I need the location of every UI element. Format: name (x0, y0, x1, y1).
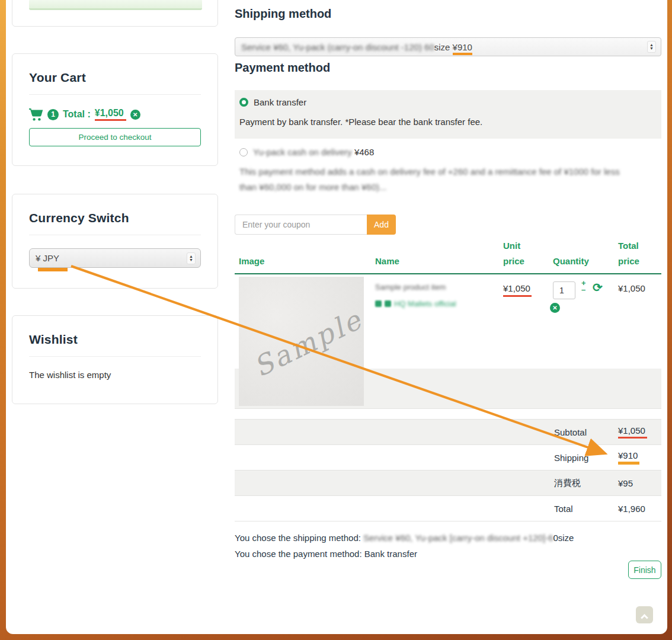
top-partial-card (12, 0, 218, 27)
unit-price-value: ¥1,050 (503, 283, 532, 297)
cart-table-header: Image Name Unit price Quantity Total pri… (235, 240, 661, 274)
refresh-quantity-icon[interactable]: ⟳ (593, 280, 603, 295)
quantity-decrease-button[interactable]: – (581, 286, 586, 293)
shipping-option-text: Service ¥60, Yu-pack (carry-on discount … (241, 42, 472, 52)
shipping-option-price: ¥910 (453, 42, 472, 55)
column-header-unit-price: Unit price (503, 238, 532, 268)
coupon-add-button[interactable]: Add (367, 215, 396, 235)
cart-totals: Subtotal ¥1,050 Shipping ¥910 消費税 ¥95 To… (235, 419, 661, 521)
divider (29, 235, 201, 235)
cart-panel: Your Cart 1 Total : ¥1,050 ✕ Proceed to … (12, 53, 218, 166)
shipping-label: Shipping (554, 453, 610, 463)
tax-row: 消費税 ¥95 (235, 471, 661, 496)
tax-value: ¥95 (618, 478, 633, 488)
currency-panel-title: Currency Switch (29, 211, 201, 225)
shipping-value: ¥910 (618, 450, 639, 465)
divider (29, 94, 201, 95)
select-stepper-icon: ▲▼ (647, 41, 656, 53)
chosen-shipping-blurred: Service ¥60, Yu-pack [carry-on discount … (363, 533, 553, 543)
scroll-to-top-button[interactable] (636, 606, 653, 623)
wishlist-panel-title: Wishlist (29, 332, 201, 347)
cart-icon[interactable] (29, 108, 43, 121)
subtotal-value: ¥1,050 (618, 425, 647, 439)
chosen-shipping-summary: You chose the shipping method: Service ¥… (235, 533, 574, 543)
chosen-payment-summary: You chose the payment method: Bank trans… (235, 549, 417, 559)
shipping-method-select[interactable]: Service ¥60, Yu-pack (carry-on discount … (235, 37, 661, 56)
column-header-quantity: Quantity (553, 254, 589, 269)
currency-highlight-underline (38, 268, 68, 271)
currency-panel: Currency Switch ¥ JPY ▲▼ (12, 194, 218, 289)
remove-item-icon[interactable]: ✕ (550, 303, 560, 313)
payment-option2-desc-line1: This payment method adds a cash on deliv… (239, 164, 657, 180)
total-label: Total (554, 504, 610, 514)
row-total-price-value: ¥1,050 (618, 283, 645, 293)
cart-clear-icon[interactable]: ✕ (130, 110, 140, 120)
top-green-bar (29, 0, 202, 10)
proceed-to-checkout-button[interactable]: Proceed to checkout (29, 128, 201, 146)
subtotal-row: Subtotal ¥1,050 (235, 420, 661, 445)
wishlist-panel: Wishlist The wishlist is empty (12, 315, 218, 404)
cart-count-badge: 1 (47, 109, 59, 120)
product-image[interactable]: Sample (239, 277, 364, 406)
coupon-input[interactable] (235, 215, 367, 235)
shipping-row: Shipping ¥910 (235, 445, 661, 471)
shipping-method-title: Shipping method (235, 7, 331, 21)
cart-total-label: Total : (63, 109, 91, 120)
wishlist-empty-text: The wishlist is empty (29, 370, 201, 380)
payment-option-cod[interactable]: Yu-pack cash on delivery ¥468 This payme… (235, 140, 661, 206)
sample-watermark: Sample (248, 303, 364, 383)
quantity-input[interactable] (553, 281, 575, 299)
payment-method-title: Payment method (235, 61, 330, 75)
payment-option2-label-blurred: Yu-pack cash on delivery (253, 147, 352, 157)
finish-button[interactable]: Finish (628, 561, 661, 579)
product-link-blurred[interactable]: HQ Mallets official (394, 299, 456, 308)
divider (29, 356, 201, 357)
payment-option2-desc-line2: than ¥60,000 on for more than ¥60)... (239, 180, 657, 195)
payment-option2-price: ¥468 (354, 147, 374, 157)
cart-total-value: ¥1,050 (95, 108, 126, 121)
radio-selected-icon[interactable] (239, 98, 248, 107)
product-name-blurred[interactable]: Sample product item (375, 283, 446, 292)
payment-option-bank-transfer[interactable]: Bank transfer Payment by bank transfer. … (235, 90, 661, 139)
shipping-option-blurred-text: Service ¥60, Yu-pack (carry-on discount … (241, 42, 434, 52)
cart-panel-title: Your Cart (29, 71, 201, 85)
link-icon (385, 300, 391, 307)
payment-option1-label: Bank transfer (254, 97, 306, 107)
column-header-name: Name (375, 254, 399, 269)
payment-option1-description: Payment by bank transfer. *Please bear t… (239, 114, 657, 130)
subtotal-label: Subtotal (554, 427, 610, 437)
cart-table-row: Sample Sample product item HQ Mallets of… (235, 276, 661, 409)
link-icon (375, 300, 382, 307)
page-content: Your Cart 1 Total : ¥1,050 ✕ Proceed to … (6, 0, 667, 634)
currency-selected-value: ¥ JPY (36, 253, 59, 263)
column-header-total-price: Total price (618, 238, 647, 268)
column-header-image: Image (239, 254, 264, 269)
total-row: Total ¥1,960 (235, 496, 661, 521)
select-stepper-icon: ▲▼ (187, 252, 196, 264)
radio-unselected-icon[interactable] (239, 148, 248, 156)
chevron-up-icon (641, 614, 648, 622)
currency-select[interactable]: ¥ JPY ▲▼ (29, 248, 201, 268)
tax-label: 消費税 (554, 478, 610, 489)
total-value: ¥1,960 (618, 504, 645, 514)
